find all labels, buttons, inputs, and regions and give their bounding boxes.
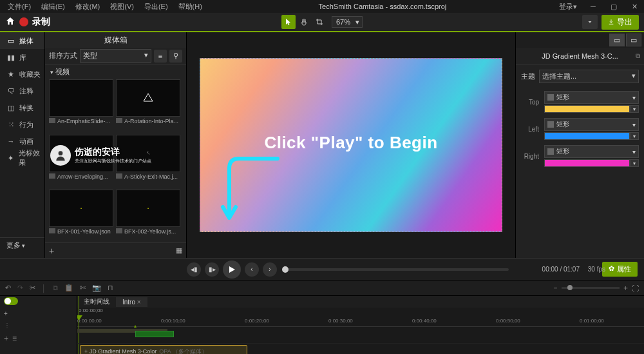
selection-title: JD Gradient Mesh 3-C... <box>542 52 618 60</box>
record-indicator-icon[interactable] <box>19 17 28 26</box>
media-thumb[interactable]: •BFX-001-Yellow.json <box>49 190 113 242</box>
color-swatch[interactable] <box>544 132 630 140</box>
star-icon: ★ <box>6 70 15 79</box>
timeline-clip[interactable]: + JD Gradient Mesh 3-ColorQPA （多个媒体） <box>80 345 247 354</box>
color-dropdown[interactable]: ▾ <box>630 159 639 167</box>
crop-tool[interactable] <box>312 15 327 29</box>
properties-button[interactable]: ✿ 属性 <box>602 262 638 277</box>
marker-track[interactable]: ▴ <box>77 327 644 344</box>
menu-edit[interactable]: 编辑(E) <box>37 1 69 13</box>
behavior-icon: ⁙ <box>6 121 15 129</box>
copy-button[interactable]: ⧉ <box>53 284 58 292</box>
arrow-graphic-icon <box>220 152 284 230</box>
menu-file[interactable]: 文件(F) <box>4 1 35 13</box>
nav-favorites[interactable]: ★收藏夹 <box>0 66 44 83</box>
record-bar: 录制 67% 导出 <box>0 13 644 32</box>
nav-behaviors[interactable]: ⁙行为 <box>0 116 44 133</box>
timeline-timestamp: 0:00:00;00 <box>77 308 644 317</box>
filter-button[interactable]: ⚲ <box>169 50 182 63</box>
split-button[interactable]: ✄ <box>80 284 86 292</box>
undo-button[interactable]: ↶ <box>5 284 11 292</box>
home-icon[interactable] <box>5 16 15 28</box>
properties-panel: ▭ ▭ JD Gradient Mesh 3-C...⧉ 主题 选择主题... … <box>515 32 644 258</box>
animation-icon: → <box>6 137 15 145</box>
color-dropdown[interactable]: ▾ <box>630 132 639 140</box>
nav-library[interactable]: ▮▮库 <box>0 49 44 66</box>
close-button[interactable]: ✕ <box>625 1 644 12</box>
maximize-button[interactable]: ▢ <box>604 1 623 12</box>
canvas[interactable]: Click "Play" to Begin <box>200 58 502 232</box>
nav-more[interactable]: 更多▾ <box>0 237 44 253</box>
popout-icon[interactable]: ⧉ <box>636 52 640 60</box>
nav-transitions[interactable]: ◫转换 <box>0 99 44 116</box>
nav-cursor-fx[interactable]: ✦光标效果 <box>0 150 44 166</box>
magnet-button[interactable]: ⊓ <box>108 284 113 292</box>
next-frame-button[interactable]: ▮▸ <box>205 262 219 277</box>
cursor-tool[interactable] <box>281 15 296 29</box>
step-fwd-button[interactable]: › <box>263 262 277 277</box>
add-marker-button[interactable]: + <box>4 310 8 317</box>
fps-display: 30 fps <box>588 266 605 273</box>
timeline-ruler[interactable]: 0:00:00;000:00:10;000:00:20;000:00:30;00… <box>77 317 644 327</box>
zoom-in-button[interactable]: ＋ <box>622 283 629 293</box>
clip-track[interactable]: + JD Gradient Mesh 3-ColorQPA （多个媒体） <box>77 344 644 354</box>
library-icon: ▮▮ <box>6 54 15 62</box>
media-thumb[interactable]: A-Rotation-Into-Pla... <box>116 79 180 132</box>
cut-button[interactable]: ✂ <box>30 284 35 292</box>
color-dropdown[interactable]: ▾ <box>630 105 639 113</box>
track-fill-label: Fill <box>0 346 77 354</box>
prop-label: Top <box>521 99 539 106</box>
add-media-button[interactable]: + <box>49 246 54 256</box>
playback-bar: ◂▮ ▮▸ ‹ › 00:00 / 01:07 30 fps ✿ 属性 <box>0 258 644 280</box>
color-swatch[interactable] <box>544 105 630 113</box>
download-button[interactable] <box>582 15 598 29</box>
prev-frame-button[interactable]: ◂▮ <box>187 262 201 277</box>
add-track-button[interactable]: + <box>4 334 8 343</box>
redo-button[interactable]: ↷ <box>17 284 23 292</box>
step-back-button[interactable]: ‹ <box>245 262 259 277</box>
shape-select[interactable]: 矩形 <box>544 145 639 158</box>
scrub-slider[interactable] <box>283 268 509 271</box>
shape-select[interactable]: 矩形 <box>544 91 639 104</box>
minimize-button[interactable]: ─ <box>583 1 603 12</box>
prop-label: Right <box>521 153 539 160</box>
record-label[interactable]: 录制 <box>32 16 50 28</box>
zoom-slider[interactable] <box>562 287 620 289</box>
view-tab-2[interactable]: ▭ <box>626 34 641 46</box>
view-tab-1[interactable]: ▭ <box>609 34 625 46</box>
media-icon: ▭ <box>6 37 15 45</box>
sort-label: 排序方式 <box>49 51 77 61</box>
track-toggle[interactable] <box>4 297 18 305</box>
paste-button[interactable]: 📋 <box>64 284 73 292</box>
login-link[interactable]: 登录▾ <box>559 2 583 12</box>
pan-tool[interactable] <box>297 15 311 29</box>
snapshot-button[interactable]: 📷 <box>92 284 101 292</box>
nav-animations[interactable]: →动画 <box>0 133 44 150</box>
scrub-handle[interactable] <box>282 266 289 273</box>
sort-select[interactable]: 类型 <box>80 49 151 63</box>
transition-icon: ◫ <box>6 104 15 112</box>
theme-select[interactable]: 选择主题... <box>539 70 639 83</box>
media-thumb[interactable]: An-EmphaticSlide-... <box>49 79 113 132</box>
zoom-select[interactable]: 67% <box>332 16 363 28</box>
menu-modify[interactable]: 修改(M) <box>71 1 104 13</box>
menu-view[interactable]: 视图(V) <box>106 1 138 13</box>
nav-annotations[interactable]: 🗨注释 <box>0 83 44 99</box>
zoom-out-button[interactable]: － <box>552 283 559 293</box>
media-thumb[interactable]: •BFX-002-Yellow.js... <box>116 190 180 242</box>
track-options-button[interactable]: ≡ <box>12 334 17 343</box>
menu-help[interactable]: 帮助(H) <box>175 1 206 13</box>
view-mode-button[interactable]: ▦ <box>176 246 182 255</box>
nav-media[interactable]: ▭媒体 <box>0 32 44 49</box>
menu-export[interactable]: 导出(E) <box>140 1 172 13</box>
export-button[interactable]: 导出 <box>601 15 639 30</box>
sort-dir-button[interactable]: ≡ <box>154 50 167 63</box>
shape-select[interactable]: 矩形 <box>544 118 639 131</box>
timeline-tab-main[interactable]: 主时间线 <box>77 296 116 308</box>
color-swatch[interactable] <box>544 159 630 167</box>
canvas-area: Click "Play" to Begin <box>187 32 515 258</box>
video-section-header[interactable]: 视频 <box>45 64 186 79</box>
timeline-tab-intro[interactable]: Intro <box>116 297 147 307</box>
zoom-fit-button[interactable]: ⛶ <box>632 284 639 292</box>
play-button[interactable] <box>223 261 241 279</box>
